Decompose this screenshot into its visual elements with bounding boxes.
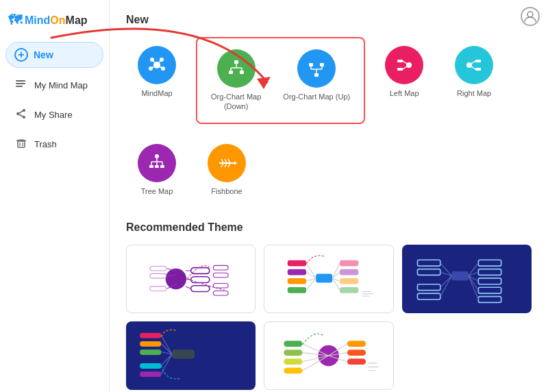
sidebar: 🗺 MindOnMap + New My Mind Map My Share — [0, 0, 110, 392]
left-map-label: Left Map — [390, 88, 419, 98]
mindmap-icon — [138, 46, 176, 84]
svg-rect-110 — [478, 296, 501, 302]
svg-rect-105 — [417, 293, 440, 299]
svg-rect-109 — [478, 287, 501, 293]
svg-rect-88 — [340, 278, 358, 284]
svg-rect-85 — [288, 287, 306, 293]
svg-rect-134 — [284, 358, 303, 365]
svg-rect-44 — [475, 68, 481, 71]
my-share-label: My Share — [34, 110, 73, 120]
fishbone-icon — [208, 144, 246, 182]
my-mind-map-label: My Mind Map — [34, 80, 88, 90]
svg-rect-66 — [191, 277, 210, 283]
plus-icon: + — [14, 48, 28, 62]
svg-rect-67 — [191, 286, 210, 292]
svg-rect-135 — [284, 367, 303, 373]
svg-rect-65 — [191, 268, 210, 274]
svg-line-7 — [18, 110, 24, 114]
svg-rect-121 — [140, 333, 161, 339]
svg-rect-138 — [347, 358, 366, 365]
svg-line-8 — [18, 114, 24, 117]
main-content: New MindMap Org-Chart Map(Down) — [110, 0, 548, 392]
theme-grid — [126, 245, 532, 390]
map-card-tree-map[interactable]: Tree Map — [126, 135, 188, 205]
mind-map-icon — [15, 79, 27, 92]
svg-rect-104 — [417, 284, 440, 291]
svg-rect-24 — [229, 71, 233, 74]
fishbone-label: Fishbone — [211, 186, 242, 196]
svg-rect-124 — [140, 363, 161, 369]
org-chart-up-icon — [297, 49, 336, 88]
user-avatar[interactable] — [521, 7, 540, 26]
org-chart-down-icon — [217, 49, 256, 88]
svg-rect-86 — [340, 260, 358, 267]
svg-rect-68 — [213, 265, 228, 270]
theme-card-4[interactable] — [126, 321, 256, 390]
user-avatar-wrapper — [521, 7, 540, 26]
svg-rect-3 — [16, 86, 23, 87]
svg-rect-70 — [213, 283, 228, 288]
map-grid: MindMap Org-Chart Map(Down) Org-Chart Ma… — [126, 37, 532, 124]
sidebar-item-trash[interactable]: Trash — [4, 131, 105, 158]
map-card-org-chart-down[interactable]: Org-Chart Map(Down) — [203, 44, 269, 117]
logo: 🗺 MindOnMap — [0, 7, 109, 39]
map-grid-row2: Tree Map Fishbone — [126, 135, 532, 205]
map-card-right-map[interactable]: Right Map — [443, 37, 505, 124]
tree-map-label: Tree Map — [141, 186, 173, 196]
new-section-title: New — [126, 14, 532, 26]
org-chart-down-label: Org-Chart Map(Down) — [211, 92, 261, 112]
svg-rect-108 — [478, 278, 501, 284]
svg-point-47 — [155, 154, 159, 158]
svg-rect-9 — [18, 141, 25, 147]
svg-rect-69 — [213, 273, 228, 278]
svg-point-64 — [166, 269, 186, 289]
left-map-icon — [385, 46, 423, 84]
svg-rect-137 — [347, 350, 366, 356]
share-icon — [15, 108, 27, 121]
theme-card-2[interactable] — [264, 245, 393, 313]
new-label: New — [34, 49, 53, 60]
sidebar-item-my-mind-map[interactable]: My Mind Map — [4, 72, 105, 99]
org-chart-up-label: Org-Chart Map (Up) — [283, 92, 350, 101]
svg-rect-39 — [397, 68, 403, 71]
svg-point-13 — [527, 12, 533, 17]
map-card-org-chart-up[interactable]: Org-Chart Map (Up) — [275, 44, 358, 117]
svg-rect-82 — [288, 260, 306, 267]
svg-rect-87 — [340, 269, 358, 275]
logo-icon: 🗺 — [8, 12, 22, 28]
map-card-mindmap[interactable]: MindMap — [126, 37, 188, 124]
recommended-section-title: Recommended Theme — [126, 221, 532, 234]
svg-line-80 — [186, 286, 191, 289]
svg-rect-120 — [172, 350, 195, 358]
svg-rect-107 — [478, 269, 501, 275]
svg-rect-2 — [16, 83, 25, 84]
svg-rect-125 — [140, 371, 161, 377]
sidebar-item-my-share[interactable]: My Share — [4, 101, 105, 128]
theme-card-5[interactable] — [264, 321, 393, 390]
map-card-fishbone[interactable]: Fishbone — [196, 135, 258, 205]
svg-rect-136 — [347, 341, 366, 347]
svg-rect-132 — [284, 341, 303, 347]
mindmap-label: MindMap — [141, 88, 172, 98]
svg-rect-123 — [140, 350, 161, 355]
map-card-left-map[interactable]: Left Map — [373, 37, 435, 124]
logo-text: MindOnMap — [25, 14, 88, 27]
svg-line-114 — [440, 275, 451, 296]
svg-marker-63 — [234, 161, 237, 165]
svg-rect-50 — [160, 165, 164, 168]
svg-rect-81 — [316, 273, 332, 282]
svg-rect-30 — [314, 73, 319, 77]
highlighted-group: Org-Chart Map(Down) Org-Chart Map (Up) — [196, 37, 365, 124]
theme-card-1[interactable] — [126, 245, 256, 313]
svg-rect-102 — [417, 260, 440, 266]
svg-rect-122 — [140, 341, 161, 347]
theme-card-3[interactable] — [402, 245, 532, 313]
svg-rect-31 — [309, 63, 313, 66]
svg-rect-25 — [240, 71, 244, 74]
svg-rect-72 — [150, 266, 166, 271]
svg-rect-74 — [150, 286, 166, 291]
svg-rect-133 — [284, 350, 303, 356]
new-button[interactable]: + New — [5, 42, 103, 68]
trash-icon — [15, 138, 27, 151]
right-map-label: Right Map — [457, 88, 491, 98]
